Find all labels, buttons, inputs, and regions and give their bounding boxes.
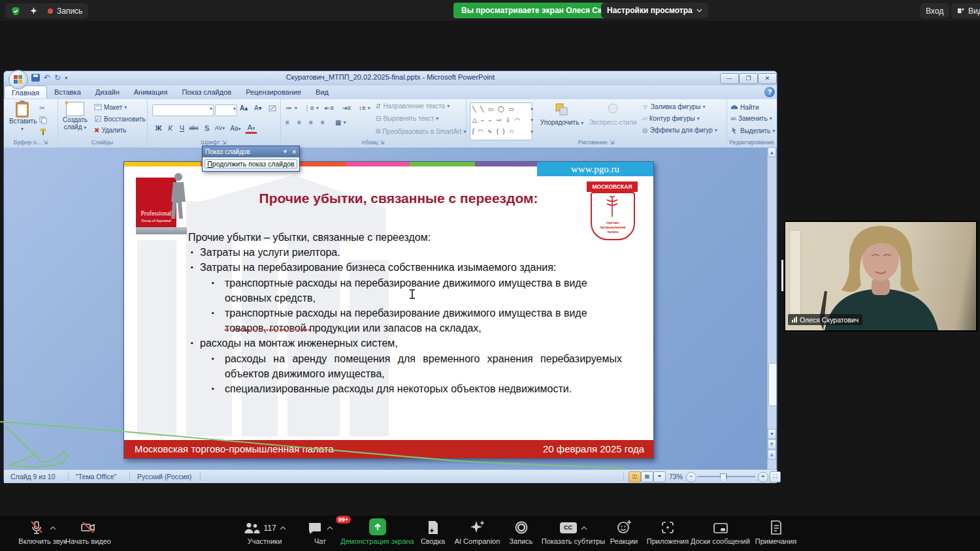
share-screen-button[interactable]: Демонстрация экрана bbox=[340, 518, 415, 545]
slide-canvas[interactable]: www.pgo.ru Professional Group of Apprais… bbox=[123, 161, 654, 459]
quick-styles-button[interactable]: Экспресс-стили bbox=[587, 102, 638, 126]
record-button[interactable]: Запись bbox=[503, 518, 539, 545]
fit-to-window-button[interactable]: ⛶ bbox=[770, 471, 781, 482]
shape-effects-button[interactable]: ◍ Эффекты для фигур▾ bbox=[642, 127, 717, 134]
slideshow-view-button[interactable]: ⏷ bbox=[653, 471, 666, 482]
minimize-button[interactable]: — bbox=[720, 73, 739, 84]
format-painter-button[interactable] bbox=[39, 128, 47, 136]
font-name-combo[interactable] bbox=[152, 104, 214, 116]
arrange-button[interactable]: Упорядочить ▾ bbox=[539, 102, 585, 126]
maximize-button[interactable]: ❐ bbox=[739, 73, 758, 84]
signin-button[interactable]: Вход bbox=[920, 3, 949, 18]
underline-button[interactable]: Ч bbox=[176, 123, 188, 134]
font-color-button[interactable]: A▾ bbox=[245, 123, 257, 134]
ppt-edit-area[interactable]: www.pgo.ru Professional Group of Apprais… bbox=[4, 148, 777, 469]
tab-animation[interactable]: Анимация bbox=[127, 86, 175, 99]
ppt-title-bar[interactable]: ↶ ↻ ▾ Скуратович_МТПП_20.02.2025-final.p… bbox=[4, 71, 777, 86]
chevron-up-icon[interactable] bbox=[280, 526, 286, 530]
scroll-down-button[interactable]: ▼ bbox=[768, 429, 776, 439]
zoom-slider-track[interactable] bbox=[698, 476, 755, 477]
find-button[interactable]: Найти bbox=[730, 103, 759, 111]
align-right-button[interactable]: ≡ bbox=[309, 119, 313, 126]
resume-slideshow-button[interactable]: Продолжить показ слайдов bbox=[204, 159, 297, 168]
numbering-button[interactable]: ⋮≡▾ bbox=[304, 104, 319, 112]
shape-fill-button[interactable]: 🜄 Заливка фигуры▾ bbox=[642, 103, 705, 110]
text-shadow-button[interactable]: S bbox=[201, 123, 213, 134]
close-button[interactable]: ✕ bbox=[758, 73, 777, 84]
dialog-launcher-icon[interactable]: ⇲ bbox=[221, 139, 227, 146]
slide-sorter-button[interactable]: ▦ bbox=[641, 471, 653, 482]
chat-button[interactable]: 99+ Чат bbox=[297, 518, 343, 545]
shapes-gallery[interactable]: ╲ ╲ ▭ ◯ ▭ △ ⌐ ⌐ ⇨ ⇩ ◠ ʃ ◠ ∿ { } ☆ bbox=[470, 102, 532, 140]
zoom-slider-thumb[interactable] bbox=[720, 473, 727, 482]
reactions-button[interactable]: Реакции bbox=[601, 518, 647, 545]
previous-slide-button[interactable]: ⇈ bbox=[768, 439, 776, 449]
decrease-indent-button[interactable]: ⇤≡ bbox=[325, 104, 334, 112]
new-slide-button[interactable]: ✶ Создать слайд ▾ bbox=[60, 102, 90, 131]
italic-button[interactable]: К bbox=[164, 123, 176, 134]
dialog-launcher-icon[interactable]: ⇲ bbox=[380, 139, 385, 146]
delete-slide-button[interactable]: ✖ Удалить bbox=[94, 127, 127, 134]
language-indicator[interactable]: Русский (Россия) bbox=[137, 473, 191, 480]
font-size-combo[interactable] bbox=[215, 104, 237, 116]
chevron-up-icon[interactable] bbox=[327, 526, 333, 530]
tab-slideshow[interactable]: Показ слайдов bbox=[174, 86, 238, 99]
office-button[interactable] bbox=[8, 70, 28, 89]
participant-video[interactable]: Олеся Скуратович bbox=[784, 221, 977, 332]
tab-review[interactable]: Рецензирование bbox=[238, 86, 308, 99]
captions-button[interactable]: CC Показать субтитры bbox=[536, 518, 611, 545]
ai-companion-button[interactable]: AI Companion bbox=[449, 518, 505, 545]
ppt-scrollbar[interactable]: ▲ ▼ ⇈ ⇊ bbox=[767, 148, 776, 469]
grow-font-button[interactable]: A▴ bbox=[240, 104, 248, 112]
change-case-button[interactable]: Aa▾ bbox=[229, 123, 242, 134]
tab-design[interactable]: Дизайн bbox=[88, 86, 127, 99]
zoom-in-button[interactable]: + bbox=[758, 472, 768, 482]
reset-button[interactable]: Восстановить bbox=[94, 115, 146, 123]
start-video-button[interactable]: Начать видео bbox=[52, 518, 124, 545]
participants-button[interactable]: 117 Участники bbox=[229, 518, 301, 545]
view-options-button[interactable]: Настройки просмотра bbox=[601, 3, 708, 18]
notes-button[interactable]: Примечания bbox=[745, 518, 807, 545]
zoom-out-button[interactable]: − bbox=[686, 472, 696, 482]
char-spacing-button[interactable]: AV▾ bbox=[214, 123, 226, 134]
bullets-button[interactable]: ≔▾ bbox=[286, 104, 298, 112]
zoom-percentage[interactable]: 73% bbox=[669, 473, 683, 480]
strikethrough-button[interactable]: abc bbox=[188, 123, 200, 134]
scroll-thumb[interactable] bbox=[768, 363, 777, 406]
paste-button[interactable]: Вставить▾ bbox=[9, 102, 35, 132]
select-button[interactable]: Выделить▾ bbox=[730, 127, 775, 134]
justify-button[interactable]: ≡ bbox=[321, 119, 325, 126]
tab-view[interactable]: Вид bbox=[308, 86, 336, 99]
chevron-up-icon[interactable] bbox=[581, 526, 587, 530]
recording-indicator[interactable]: Запись bbox=[42, 3, 88, 18]
popup-close-icon[interactable]: ✕ bbox=[291, 149, 297, 155]
dialog-launcher-icon[interactable]: ⇲ bbox=[43, 139, 48, 146]
align-left-button[interactable]: ≡ bbox=[286, 119, 291, 126]
columns-button[interactable]: ▦▾ bbox=[335, 119, 346, 126]
shape-outline-button[interactable]: ▱ Контур фигуры▾ bbox=[642, 115, 700, 122]
cut-button[interactable]: ✂ bbox=[39, 104, 44, 112]
slide-body-text[interactable]: Прочие убытки – убытки, связанные с пере… bbox=[186, 230, 622, 396]
layout-button[interactable]: Макет▾ bbox=[94, 103, 127, 111]
normal-view-button[interactable]: ◫ bbox=[629, 471, 641, 482]
dialog-launcher-icon[interactable]: ⇲ bbox=[610, 139, 615, 146]
slideshow-popup-titlebar[interactable]: Показ слайдов ▼ ✕ bbox=[203, 146, 299, 157]
help-button[interactable]: ? bbox=[764, 87, 775, 97]
view-button[interactable]: Вид bbox=[951, 3, 980, 18]
scroll-up-button[interactable]: ▲ bbox=[768, 148, 776, 157]
shapes-scroll[interactable]: ▲▼▼ bbox=[529, 102, 535, 138]
clear-format-button[interactable] bbox=[269, 104, 276, 112]
line-spacing-button[interactable]: ↕≡▾ bbox=[359, 104, 370, 112]
copy-button[interactable] bbox=[39, 116, 47, 124]
replace-button[interactable]: ab Заменить▾ bbox=[730, 115, 772, 122]
popup-menu-icon[interactable]: ▼ bbox=[283, 149, 288, 155]
next-slide-button[interactable]: ⇊ bbox=[768, 450, 776, 460]
tab-home[interactable]: Главная bbox=[4, 86, 47, 99]
text-direction-button[interactable]: ⇵ Направление текста▾ bbox=[376, 102, 449, 110]
tab-insert[interactable]: Вставка bbox=[47, 86, 88, 99]
align-text-button[interactable]: ⊟ Выровнять текст▾ bbox=[376, 115, 438, 122]
increase-indent-button[interactable]: ⇥≡ bbox=[342, 104, 351, 112]
smartart-button[interactable]: ⧉ Преобразовать в SmartArt▾ bbox=[376, 127, 466, 135]
align-center-button[interactable]: ≡ bbox=[297, 119, 301, 126]
bold-button[interactable]: Ж bbox=[152, 123, 165, 134]
